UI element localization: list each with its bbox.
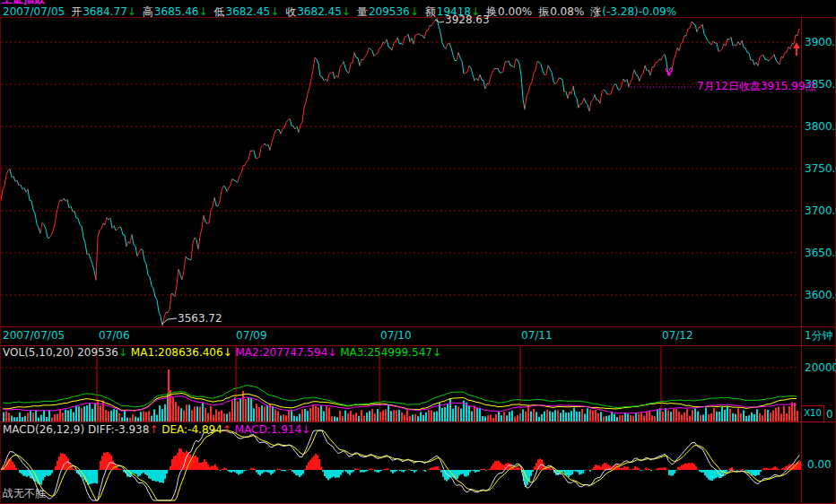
quote-field-换: 换0.00%	[486, 5, 532, 18]
macd-indicator-name: MACD(26,12,9)	[3, 423, 84, 436]
x-axis-label: 07/09	[236, 330, 267, 341]
watermark-text: 战无不胜	[3, 488, 46, 499]
volume-current-value: 209536	[77, 346, 118, 359]
period-label: 1分钟	[805, 330, 833, 341]
y-axis-label: 3800.0	[805, 121, 836, 132]
annotation-high-price: 3928.63	[445, 14, 490, 25]
quote-date: 2007/07/05	[3, 5, 65, 18]
volume-ma1-arrow-icon: ↓	[223, 346, 232, 359]
macd-diff-value: DIFF:-3.938	[88, 423, 149, 436]
y-axis-label: 3700.0	[805, 205, 836, 216]
volume-axis-zero-label: 0	[826, 409, 833, 420]
macd-macd-arrow-icon: ↓	[301, 423, 310, 436]
x-axis-label: 07/06	[99, 330, 130, 341]
volume-ma2-value: MA2:207747.594	[236, 346, 328, 359]
macd-pane-header: MACD(26,12,9) DIFF:-3.938↑ DEA:-4.894↑ M…	[3, 424, 310, 435]
volume-ma3-arrow-icon: ↓	[432, 346, 441, 359]
quote-header-bar: 2007/07/05开3684.77↓高3685.46↓低3682.45↓收36…	[3, 6, 683, 17]
volume-indicator-name: VOL(5,10,20)	[3, 346, 74, 359]
x-axis-label: 2007/07/05	[3, 330, 65, 341]
x-axis-label: 07/12	[662, 330, 693, 341]
quote-field-量: 量209536↓	[357, 5, 419, 18]
y-axis-label: 3600.0	[805, 290, 836, 300]
pane-divider-price-bottom	[0, 326, 836, 327]
volume-pane-header: VOL(5,10,20) 209536↓ MA1:208636.406↓ MA2…	[3, 347, 441, 358]
quote-field-涨: 涨(-3.28)-0.09%	[590, 5, 676, 18]
y-axis-label: 3750.0	[805, 163, 836, 174]
annotation-close-note: 7月12日收盘3915.99点	[697, 81, 816, 91]
quote-fields: 开3684.77↓高3685.46↓低3682.45↓收3682.45↓量209…	[71, 5, 683, 18]
scale-multiplier-box: X10	[801, 405, 824, 422]
volume-axis-top-label: 200000	[805, 362, 836, 373]
y-axis-label: 3900.0	[805, 37, 836, 48]
annotation-low-price: 3563.72	[178, 313, 222, 324]
volume-ma3-value: MA3:254999.547	[340, 346, 432, 359]
main-price-chart[interactable]	[1, 18, 801, 326]
x-axis-label: 07/11	[521, 330, 553, 341]
quote-field-收: 收3682.45↓	[285, 5, 351, 18]
macd-macd-value: MACD:1.914	[235, 423, 301, 436]
macd-axis-zero-label: 0.00	[807, 459, 832, 470]
x-axis-label: 07/10	[380, 330, 412, 341]
volume-ma1-value: MA1:208636.406	[131, 346, 223, 359]
quote-field-低: 低3682.45↓	[214, 5, 280, 18]
symbol-title: 上证指数	[2, 0, 45, 4]
volume-arrow-icon: ↓	[118, 346, 127, 359]
macd-dea-value: DEA:-4.894	[161, 423, 222, 436]
quote-field-振: 振0.08%	[538, 5, 584, 18]
trading-terminal-window: 上证指数 2007/07/05开3684.77↓高3685.46↓低3682.4…	[0, 0, 836, 504]
volume-ma2-arrow-icon: ↓	[327, 346, 336, 359]
macd-dea-arrow-icon: ↑	[222, 423, 231, 436]
macd-diff-arrow-icon: ↑	[149, 423, 158, 436]
quote-field-开: 开3684.77↓	[71, 5, 136, 18]
y-axis-label: 3650.0	[805, 248, 836, 258]
quote-field-高: 高3685.46↓	[143, 5, 208, 18]
